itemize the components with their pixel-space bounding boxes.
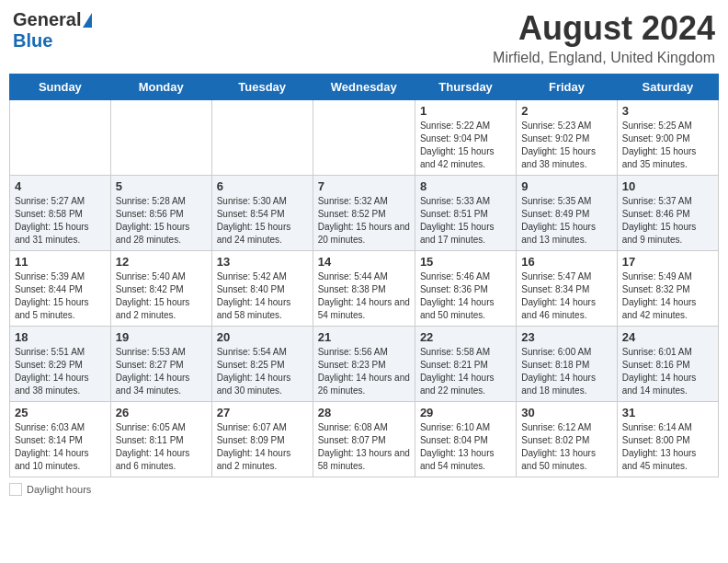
day-number: 7 <box>318 179 410 193</box>
calendar-cell: 19Sunrise: 5:53 AM Sunset: 8:27 PM Dayli… <box>110 327 211 402</box>
calendar-cell: 25Sunrise: 6:03 AM Sunset: 8:14 PM Dayli… <box>10 402 111 477</box>
day-number: 11 <box>15 255 106 269</box>
month-year-title: August 2024 <box>493 9 715 48</box>
calendar-cell: 27Sunrise: 6:07 AM Sunset: 8:09 PM Dayli… <box>211 402 313 477</box>
calendar-cell: 30Sunrise: 6:12 AM Sunset: 8:02 PM Dayli… <box>517 402 617 477</box>
day-number: 20 <box>217 330 308 344</box>
day-number: 15 <box>420 255 511 269</box>
calendar-table: SundayMondayTuesdayWednesdayThursdayFrid… <box>9 74 719 477</box>
day-info: Sunrise: 6:08 AM Sunset: 8:07 PM Dayligh… <box>318 421 410 473</box>
calendar-cell: 1Sunrise: 5:22 AM Sunset: 9:04 PM Daylig… <box>415 100 516 176</box>
calendar-week-row: 11Sunrise: 5:39 AM Sunset: 8:44 PM Dayli… <box>10 251 719 327</box>
day-info: Sunrise: 5:28 AM Sunset: 8:56 PM Dayligh… <box>116 195 207 247</box>
day-number: 30 <box>521 406 611 419</box>
calendar-cell: 14Sunrise: 5:44 AM Sunset: 8:38 PM Dayli… <box>313 251 415 327</box>
day-info: Sunrise: 5:46 AM Sunset: 8:36 PM Dayligh… <box>420 270 511 322</box>
day-number: 26 <box>116 406 207 419</box>
day-info: Sunrise: 6:03 AM Sunset: 8:14 PM Dayligh… <box>15 421 106 473</box>
day-info: Sunrise: 5:37 AM Sunset: 8:46 PM Dayligh… <box>622 195 713 247</box>
day-number: 22 <box>420 330 511 344</box>
day-info: Sunrise: 5:22 AM Sunset: 9:04 PM Dayligh… <box>420 120 511 171</box>
day-info: Sunrise: 5:56 AM Sunset: 8:23 PM Dayligh… <box>318 346 410 397</box>
page-header: General Blue August 2024 Mirfield, Engla… <box>9 9 719 66</box>
day-info: Sunrise: 5:35 AM Sunset: 8:49 PM Dayligh… <box>521 195 611 247</box>
day-info: Sunrise: 5:23 AM Sunset: 9:02 PM Dayligh… <box>521 120 611 171</box>
day-number: 13 <box>217 255 308 269</box>
weekday-header-wednesday: Wednesday <box>313 75 415 100</box>
calendar-cell: 5Sunrise: 5:28 AM Sunset: 8:56 PM Daylig… <box>110 176 211 251</box>
calendar-cell: 2Sunrise: 5:23 AM Sunset: 9:02 PM Daylig… <box>517 100 617 176</box>
calendar-cell: 23Sunrise: 6:00 AM Sunset: 8:18 PM Dayli… <box>517 327 617 402</box>
calendar-cell: 24Sunrise: 6:01 AM Sunset: 8:16 PM Dayli… <box>617 327 718 402</box>
calendar-cell: 31Sunrise: 6:14 AM Sunset: 8:00 PM Dayli… <box>617 402 718 477</box>
day-info: Sunrise: 6:10 AM Sunset: 8:04 PM Dayligh… <box>420 421 511 473</box>
location-subtitle: Mirfield, England, United Kingdom <box>493 50 715 66</box>
footer: Daylight hours <box>9 483 719 496</box>
calendar-cell: 11Sunrise: 5:39 AM Sunset: 8:44 PM Dayli… <box>10 251 111 327</box>
logo-triangle-icon <box>83 13 92 28</box>
day-number: 23 <box>521 330 611 344</box>
logo-general-text: General <box>13 9 81 30</box>
calendar-cell <box>313 100 415 176</box>
day-info: Sunrise: 5:42 AM Sunset: 8:40 PM Dayligh… <box>217 270 308 322</box>
calendar-cell: 16Sunrise: 5:47 AM Sunset: 8:34 PM Dayli… <box>517 251 617 327</box>
calendar-cell: 8Sunrise: 5:33 AM Sunset: 8:51 PM Daylig… <box>415 176 516 251</box>
day-number: 14 <box>318 255 410 269</box>
day-number: 25 <box>15 406 106 419</box>
day-info: Sunrise: 6:14 AM Sunset: 8:00 PM Dayligh… <box>622 421 713 473</box>
calendar-week-row: 25Sunrise: 6:03 AM Sunset: 8:14 PM Dayli… <box>10 402 719 477</box>
day-number: 8 <box>420 179 511 193</box>
calendar-cell: 26Sunrise: 6:05 AM Sunset: 8:11 PM Dayli… <box>110 402 211 477</box>
day-number: 17 <box>622 255 713 269</box>
calendar-cell: 15Sunrise: 5:46 AM Sunset: 8:36 PM Dayli… <box>415 251 516 327</box>
calendar-cell: 4Sunrise: 5:27 AM Sunset: 8:58 PM Daylig… <box>10 176 111 251</box>
day-number: 31 <box>622 406 713 419</box>
day-number: 5 <box>116 179 207 193</box>
day-number: 3 <box>622 104 713 118</box>
calendar-cell: 6Sunrise: 5:30 AM Sunset: 8:54 PM Daylig… <box>211 176 313 251</box>
calendar-cell <box>211 100 313 176</box>
calendar-cell: 18Sunrise: 5:51 AM Sunset: 8:29 PM Dayli… <box>10 327 111 402</box>
logo-blue-text: Blue <box>13 30 52 51</box>
calendar-cell <box>10 100 111 176</box>
day-info: Sunrise: 6:00 AM Sunset: 8:18 PM Dayligh… <box>521 346 611 397</box>
weekday-header-tuesday: Tuesday <box>211 75 313 100</box>
calendar-cell: 13Sunrise: 5:42 AM Sunset: 8:40 PM Dayli… <box>211 251 313 327</box>
day-info: Sunrise: 6:12 AM Sunset: 8:02 PM Dayligh… <box>521 421 611 473</box>
day-number: 24 <box>622 330 713 344</box>
day-info: Sunrise: 5:39 AM Sunset: 8:44 PM Dayligh… <box>15 270 106 322</box>
day-info: Sunrise: 5:53 AM Sunset: 8:27 PM Dayligh… <box>116 346 207 397</box>
day-info: Sunrise: 6:01 AM Sunset: 8:16 PM Dayligh… <box>622 346 713 397</box>
calendar-cell: 3Sunrise: 5:25 AM Sunset: 9:00 PM Daylig… <box>617 100 718 176</box>
calendar-cell: 29Sunrise: 6:10 AM Sunset: 8:04 PM Dayli… <box>415 402 516 477</box>
day-number: 12 <box>116 255 207 269</box>
day-info: Sunrise: 5:49 AM Sunset: 8:32 PM Dayligh… <box>622 270 713 322</box>
day-info: Sunrise: 6:05 AM Sunset: 8:11 PM Dayligh… <box>116 421 207 473</box>
day-number: 16 <box>521 255 611 269</box>
calendar-week-row: 1Sunrise: 5:22 AM Sunset: 9:04 PM Daylig… <box>10 100 719 176</box>
day-number: 2 <box>521 104 611 118</box>
day-info: Sunrise: 5:58 AM Sunset: 8:21 PM Dayligh… <box>420 346 511 397</box>
day-info: Sunrise: 5:30 AM Sunset: 8:54 PM Dayligh… <box>217 195 308 247</box>
day-number: 4 <box>15 179 106 193</box>
logo: General Blue <box>13 9 92 52</box>
day-number: 18 <box>15 330 106 344</box>
calendar-week-row: 4Sunrise: 5:27 AM Sunset: 8:58 PM Daylig… <box>10 176 719 251</box>
day-number: 29 <box>420 406 511 419</box>
calendar-cell <box>110 100 211 176</box>
day-info: Sunrise: 5:27 AM Sunset: 8:58 PM Dayligh… <box>15 195 106 247</box>
day-info: Sunrise: 5:32 AM Sunset: 8:52 PM Dayligh… <box>318 195 410 247</box>
weekday-header-row: SundayMondayTuesdayWednesdayThursdayFrid… <box>10 75 719 100</box>
day-number: 1 <box>420 104 511 118</box>
day-number: 6 <box>217 179 308 193</box>
calendar-cell: 28Sunrise: 6:08 AM Sunset: 8:07 PM Dayli… <box>313 402 415 477</box>
day-info: Sunrise: 5:40 AM Sunset: 8:42 PM Dayligh… <box>116 270 207 322</box>
calendar-cell: 20Sunrise: 5:54 AM Sunset: 8:25 PM Dayli… <box>211 327 313 402</box>
day-info: Sunrise: 5:44 AM Sunset: 8:38 PM Dayligh… <box>318 270 410 322</box>
calendar-cell: 10Sunrise: 5:37 AM Sunset: 8:46 PM Dayli… <box>617 176 718 251</box>
calendar-cell: 22Sunrise: 5:58 AM Sunset: 8:21 PM Dayli… <box>415 327 516 402</box>
calendar-cell: 7Sunrise: 5:32 AM Sunset: 8:52 PM Daylig… <box>313 176 415 251</box>
day-info: Sunrise: 6:07 AM Sunset: 8:09 PM Dayligh… <box>217 421 308 473</box>
day-number: 19 <box>116 330 207 344</box>
day-number: 9 <box>521 179 611 193</box>
